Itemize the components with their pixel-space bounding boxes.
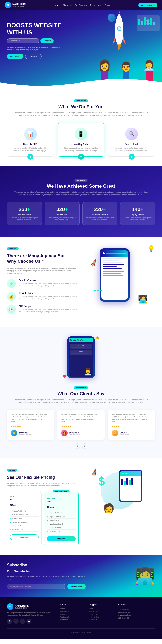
plan-2-tag: Best Value xyxy=(47,498,76,499)
footer-link-testimonial[interactable]: Testimonial xyxy=(60,616,85,618)
feature-performance: ⚡ Best Performance It is a long establis… xyxy=(7,279,79,288)
hero-search-button[interactable]: Analysis xyxy=(40,38,54,43)
youtube-link[interactable]: ▶ xyxy=(26,619,32,624)
plan-1-name: PRO xyxy=(10,498,39,500)
subscribe-button[interactable]: SUBSCRIBE xyxy=(67,584,86,590)
footer-logo-icon: N xyxy=(7,603,14,610)
footer-testimonial[interactable]: Testimonial xyxy=(89,614,114,615)
rank-icon: 🔍 xyxy=(125,128,138,140)
nav-services[interactable]: Our Services xyxy=(75,4,87,6)
facebook-link[interactable]: f xyxy=(7,619,12,624)
testimonials-grid: There are many variations of passages of… xyxy=(7,410,155,440)
nav-links: Home About Us Our Services Testimonials … xyxy=(54,4,111,6)
footer-contact-col: Contact +123-456-7890 abc@gmail.com www.… xyxy=(118,603,155,624)
footer-brand-description: It is a long established fact that a rea… xyxy=(7,612,56,616)
stat-reviews-desc: There are many variations of passages of… xyxy=(85,216,115,221)
pricing-title: See Our Flexible Pricing xyxy=(7,475,79,480)
rank-plus[interactable]: + xyxy=(129,154,135,160)
subscribe-form: SUBSCRIBE xyxy=(7,584,86,590)
footer-link-contact[interactable]: Contact Us xyxy=(60,619,85,621)
achievements-tag: Get Started xyxy=(74,179,88,182)
support-icon: 🕐 xyxy=(7,305,16,314)
review-person: 👨‍💼 xyxy=(84,368,92,376)
subscribe-title: Subscribe xyxy=(7,563,86,568)
review-phone-mockup: Reviews ★★★★★ ★★★★★ ★★★★ xyxy=(65,336,97,380)
phone-mockup xyxy=(100,248,130,302)
subscribe-email-input[interactable] xyxy=(7,584,66,590)
service-card-smm: 📱 Monthly SMM It is a long established f… xyxy=(58,123,104,157)
feature-support: 🕐 24/7 Support It is a long established … xyxy=(7,305,79,314)
author-role-1: Designer, Company xyxy=(19,433,32,435)
stars-3: ★★★★ xyxy=(112,425,151,428)
avatar-3: 👱 xyxy=(112,430,118,436)
pricing-section: Pricing See Our Flexible Pricing It is a… xyxy=(0,458,162,555)
footer-link-tour[interactable]: Featured Tour xyxy=(60,611,85,612)
testimonial-prev-button[interactable]: ‹ xyxy=(74,443,80,449)
stat-awards-desc: There are many variations of passages of… xyxy=(47,216,77,221)
stat-awards: 320+ Award win There are many variations… xyxy=(45,202,80,225)
testimonial-card-2: There are many variations of passages of… xyxy=(58,410,104,440)
seo-description: It is a long established fact that a rea… xyxy=(11,147,50,152)
services-title: What We Do For You xyxy=(7,104,155,110)
footer-coming-soon[interactable]: Coming Soon xyxy=(89,616,114,618)
footer-contact[interactable]: Contact Us xyxy=(89,619,114,621)
hero-get-started-button[interactable]: Get Started xyxy=(7,54,23,59)
hero-description: It is a long established fact that a rea… xyxy=(7,46,62,51)
hero-search-input[interactable] xyxy=(7,38,39,43)
price-desc: It is a long established fact that a rea… xyxy=(18,295,79,300)
stat-projects: 250+ Project Done There are many variati… xyxy=(7,202,42,225)
hero-wave xyxy=(0,76,162,89)
nav-testimonials[interactable]: Testimonials xyxy=(90,4,102,6)
pricing-person-icon: 🧑 xyxy=(103,503,114,514)
pricing-phone: Analytics xyxy=(119,470,142,502)
price-icon: 💰 xyxy=(7,292,16,301)
linkedin-link[interactable]: in xyxy=(20,619,25,624)
stat-projects-label: Project Done xyxy=(10,214,39,216)
performance-icon: ⚡ xyxy=(7,279,16,288)
footer-faq[interactable]: FAQ xyxy=(89,608,114,610)
twitter-link[interactable]: t xyxy=(14,619,18,624)
recommended-badge: RECOMMENDED xyxy=(53,490,70,492)
plan-1-feature-1: Organic Traffic - 0% xyxy=(10,509,39,513)
pricing-rocket-icon: 🚀 xyxy=(90,468,98,477)
footer-address: 123 Street, City xyxy=(118,617,155,620)
person-icon: 🧑‍💻 xyxy=(138,294,148,304)
footer-link-home[interactable]: Home xyxy=(60,608,85,610)
plan-1-buy-button[interactable]: Buy Now xyxy=(10,534,39,540)
stat-reviews: 220+ Positive Review There are many vari… xyxy=(82,202,117,225)
stat-awards-label: Award win xyxy=(47,214,77,216)
footer-logo: N NAME HERE TAGLINE HERE xyxy=(7,603,56,610)
stars-2: ★★★★★ xyxy=(61,425,101,428)
plan-1-feature-3: Back link -0% xyxy=(10,517,39,520)
testimonials-tag: Testimonials xyxy=(74,386,88,389)
footer-contact-info: +123-456-7890 abc@gmail.com www.example.… xyxy=(118,608,155,620)
footer: N NAME HERE TAGLINE HERE It is a long es… xyxy=(0,598,162,639)
seo-plus[interactable]: + xyxy=(27,154,33,160)
plan-2-feature-1: Organic Traffic - 0% xyxy=(47,511,76,515)
plan-2-feature-5: Google Analytics xyxy=(47,526,76,530)
nav-home[interactable]: Home xyxy=(54,4,60,6)
plan-2-buy-button[interactable]: Buy Now xyxy=(47,536,76,542)
stat-clients-desc: There are many variations of passages of… xyxy=(123,216,152,221)
nav-about[interactable]: About Us xyxy=(63,4,72,6)
footer-links-title: Links xyxy=(60,603,85,606)
testimonial-next-button[interactable]: › xyxy=(82,443,88,449)
footer-link-about[interactable]: About Us xyxy=(60,614,85,615)
pricing-plan-basic: Try It PRO $25/mo Organic Traffic - 0% K… xyxy=(7,492,42,546)
footer-community[interactable]: Community xyxy=(89,611,114,612)
subscribe-section: Subscribe Our Newsletter It is a long es… xyxy=(0,555,162,598)
footer-grid: N NAME HERE TAGLINE HERE It is a long es… xyxy=(7,603,155,624)
seo-title: Monthly SEO xyxy=(11,143,50,146)
hero-learn-more-button[interactable]: Learn More xyxy=(25,54,42,59)
smm-plus[interactable]: + xyxy=(78,154,84,160)
plan-2-feature-2: Keyword Ranking - 0% xyxy=(47,515,76,518)
testimonial-text-3: There are many variations of passages of… xyxy=(112,413,151,423)
author-role-3: Web Designer xyxy=(120,433,129,435)
achievements-description: There are many variations of passages of… xyxy=(14,191,148,196)
testimonial-card-1: There are many variations of passages of… xyxy=(7,410,54,440)
stats-grid: 250+ Project Done There are many variati… xyxy=(7,202,155,225)
nav-cta-button[interactable]: Get Free Quote xyxy=(138,3,157,8)
nav-pricing[interactable]: Pricing xyxy=(104,4,111,6)
plan-1-price: $25/mo xyxy=(10,502,39,507)
hero-content: BOOSTS WEBSITEWITH US Analysis It is a l… xyxy=(7,17,72,59)
